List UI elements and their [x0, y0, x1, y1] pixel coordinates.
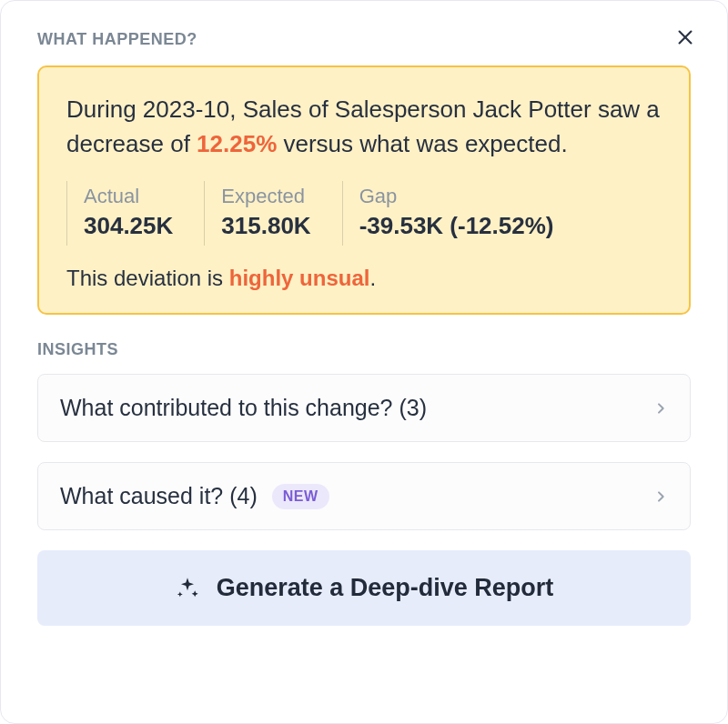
deviation-prefix: This deviation is: [66, 266, 229, 290]
insight-item-caused[interactable]: What caused it? (4) NEW: [37, 462, 691, 530]
metric-value: -39.53K (-12.52%): [359, 212, 554, 240]
generate-report-button[interactable]: Generate a Deep-dive Report: [37, 550, 691, 626]
insight-left: What contributed to this change? (3): [60, 395, 427, 421]
metric-value: 304.25K: [84, 212, 173, 240]
summary-card: During 2023-10, Sales of Salesperson Jac…: [37, 65, 691, 315]
insight-title: What caused it? (4): [60, 483, 258, 509]
sparkle-icon: [175, 576, 200, 601]
insight-left: What caused it? (4) NEW: [60, 483, 329, 509]
metric-gap: Gap -39.53K (-12.52%): [342, 181, 585, 246]
metric-label: Gap: [359, 185, 554, 208]
generate-label: Generate a Deep-dive Report: [217, 574, 554, 602]
section-title: WHAT HAPPENED?: [37, 30, 691, 49]
deviation-suffix: .: [369, 266, 376, 290]
chevron-right-icon: [653, 489, 668, 504]
summary-suffix: versus what was expected.: [277, 130, 567, 157]
metric-actual: Actual 304.25K: [66, 181, 204, 246]
metrics-row: Actual 304.25K Expected 315.80K Gap -39.…: [66, 181, 662, 246]
close-icon: [675, 27, 695, 51]
deviation-sentence: This deviation is highly unsual.: [66, 266, 662, 291]
insight-item-contributed[interactable]: What contributed to this change? (3): [37, 374, 691, 442]
metric-label: Expected: [221, 185, 310, 208]
insights-section-title: INSIGHTS: [37, 340, 691, 359]
close-button[interactable]: [672, 26, 698, 52]
summary-percent: 12.25%: [197, 130, 277, 157]
summary-sentence: During 2023-10, Sales of Salesperson Jac…: [66, 93, 662, 161]
deviation-flag: highly unsual: [229, 266, 370, 290]
insight-title: What contributed to this change? (3): [60, 395, 427, 421]
metric-expected: Expected 315.80K: [204, 181, 341, 246]
metric-label: Actual: [84, 185, 173, 208]
new-badge: NEW: [272, 484, 329, 509]
metric-value: 315.80K: [221, 212, 310, 240]
what-happened-panel: WHAT HAPPENED? During 2023-10, Sales of …: [0, 0, 728, 724]
chevron-right-icon: [653, 401, 668, 416]
